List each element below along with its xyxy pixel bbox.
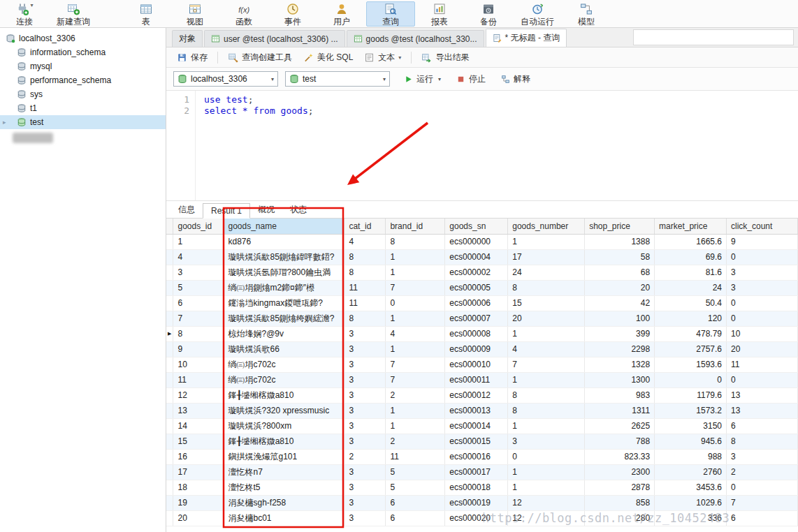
cell-market_price[interactable]: 988 — [655, 449, 727, 464]
cell-goods_number[interactable]: 8 — [508, 403, 585, 418]
cell-click_count[interactable]: 9 — [727, 234, 798, 249]
cell-cat_id[interactable]: 4 — [344, 234, 386, 249]
cell-goods_sn[interactable]: ecs000009 — [445, 341, 508, 357]
cell-shop_price[interactable]: 42 — [585, 295, 655, 311]
cell-brand_id[interactable]: 7 — [386, 280, 445, 295]
cell-goods_sn[interactable]: ecs000014 — [445, 418, 508, 434]
cell-cat_id[interactable]: 3 — [344, 480, 386, 495]
cell-goods_name[interactable]: 澶忔柊t5 — [224, 480, 344, 495]
cell-shop_price[interactable]: 20 — [585, 280, 655, 295]
document-tab-query-untitled[interactable]: * 无标题 - 查询 — [486, 29, 567, 47]
cell-click_count[interactable]: 7 — [727, 495, 798, 510]
cell-goods_number[interactable]: 1 — [508, 418, 585, 434]
cell-shop_price[interactable]: 823.33 — [585, 449, 655, 464]
cell-goods_name[interactable]: 涓夋槦sgh-f258 — [224, 495, 344, 510]
cell-goods_id[interactable]: 10 — [173, 357, 224, 372]
cell-click_count[interactable]: 0 — [727, 295, 798, 311]
toolbar-button-connection[interactable]: ▾连接 — [4, 1, 45, 27]
cell-cat_id[interactable]: 2 — [344, 449, 386, 464]
query-builder-button[interactable]: 查询创建工具 — [223, 50, 297, 66]
result-tab-profile[interactable]: 概况 — [250, 202, 282, 218]
cell-market_price[interactable]: 24 — [655, 280, 727, 295]
cell-brand_id[interactable]: 7 — [386, 372, 445, 387]
cell-goods_number[interactable]: 24 — [508, 265, 585, 280]
result-tab-status[interactable]: 状态 — [282, 202, 314, 218]
cell-cat_id[interactable]: 8 — [344, 311, 386, 326]
cell-market_price[interactable]: 1573.2 — [655, 403, 727, 418]
cell-goods_sn[interactable]: ecs000017 — [445, 464, 508, 480]
cell-goods_name[interactable]: 璇哄熀浜歂85鍘熻鍏呯數鍣? — [224, 249, 344, 265]
cell-market_price[interactable]: 945.6 — [655, 434, 727, 449]
cell-goods_sn[interactable]: ecs000015 — [445, 434, 508, 449]
tree-item-sys[interactable]: sys — [0, 87, 166, 101]
cell-market_price[interactable]: 478.79 — [655, 326, 727, 341]
cell-goods_id[interactable]: 16 — [173, 449, 224, 464]
toolbar-button-function[interactable]: f(x)函数 — [219, 1, 268, 27]
cell-goods_name[interactable]: 澶忔柊n7 — [224, 464, 344, 480]
cell-goods_number[interactable]: 1 — [508, 372, 585, 387]
cell-shop_price[interactable]: 983 — [585, 387, 655, 403]
toolbar-button-table[interactable]: 表 — [122, 1, 171, 27]
cell-goods_sn[interactable]: ecs000006 — [445, 295, 508, 311]
cell-click_count[interactable]: 6 — [727, 510, 798, 526]
cell-cat_id[interactable]: 3 — [344, 495, 386, 510]
toolbar-button-model[interactable]: 模型 — [562, 1, 611, 27]
cell-goods_number[interactable]: 12 — [508, 510, 585, 526]
cell-goods_sn[interactable]: ecs000010 — [445, 357, 508, 372]
cell-goods_name[interactable]: 璇哄熀浜氬師瑁?800鑰虫満 — [224, 265, 344, 280]
column-header-goods_id[interactable]: goods_id — [173, 219, 224, 234]
cell-shop_price[interactable]: 2878 — [585, 480, 655, 495]
cell-goods_number[interactable]: 4 — [508, 341, 585, 357]
cell-shop_price[interactable]: 68 — [585, 265, 655, 280]
cell-goods_id[interactable]: 20 — [173, 510, 224, 526]
cell-brand_id[interactable]: 1 — [386, 418, 445, 434]
cell-goods_sn[interactable]: ecs000020 — [445, 510, 508, 526]
cell-cat_id[interactable]: 3 — [344, 372, 386, 387]
cell-click_count[interactable]: 20 — [727, 341, 798, 357]
save-button[interactable]: 保存 — [172, 50, 212, 66]
toolbar-button-event[interactable]: 事件 — [268, 1, 317, 27]
cell-goods_id[interactable]: 9 — [173, 341, 224, 357]
cell-goods_name[interactable]: 绱㈢埍c702c — [224, 357, 344, 372]
cell-goods_sn[interactable]: ecs000004 — [445, 249, 508, 265]
column-header-shop_price[interactable]: shop_price — [585, 219, 655, 234]
cell-market_price[interactable]: 1665.6 — [655, 234, 727, 249]
toolbar-button-view[interactable]: 视图 — [171, 1, 219, 27]
cell-goods_name[interactable]: 璇哄熀浜?800xm — [224, 418, 344, 434]
column-header-goods_number[interactable]: goods_number — [508, 219, 585, 234]
cell-brand_id[interactable]: 2 — [386, 387, 445, 403]
cell-shop_price[interactable]: 1388 — [585, 234, 655, 249]
cell-click_count[interactable]: 10 — [727, 326, 798, 341]
expand-chevron-icon[interactable]: ▸ — [3, 119, 6, 126]
cell-goods_number[interactable]: 3 — [508, 434, 585, 449]
cell-goods_id[interactable]: 15 — [173, 434, 224, 449]
cell-market_price[interactable]: 120 — [655, 311, 727, 326]
cell-goods_sn[interactable]: ecs000016 — [445, 449, 508, 464]
cell-brand_id[interactable]: 1 — [386, 403, 445, 418]
cell-goods_id[interactable]: 7 — [173, 311, 224, 326]
cell-brand_id[interactable]: 1 — [386, 311, 445, 326]
cell-goods_sn[interactable]: ecs000000 — [445, 234, 508, 249]
column-header-click_count[interactable]: click_count — [727, 219, 798, 234]
cell-goods_sn[interactable]: ecs000005 — [445, 280, 508, 295]
tree-item-mysql[interactable]: mysql — [0, 59, 166, 73]
cell-goods_number[interactable]: 12 — [508, 495, 585, 510]
cell-market_price[interactable]: 2757.6 — [655, 341, 727, 357]
cell-goods_name[interactable]: 鑳滃垱kingmax鍐呭瓨鍗? — [224, 295, 344, 311]
cell-shop_price[interactable]: 399 — [585, 326, 655, 341]
cell-click_count[interactable]: 0 — [727, 249, 798, 265]
cell-click_count[interactable]: 13 — [727, 387, 798, 403]
cell-market_price[interactable]: 1593.6 — [655, 357, 727, 372]
cell-shop_price[interactable]: 2625 — [585, 418, 655, 434]
cell-cat_id[interactable]: 8 — [344, 265, 386, 280]
column-header-brand_id[interactable]: brand_id — [386, 219, 445, 234]
tree-item-t1[interactable]: t1 — [0, 101, 166, 115]
cell-brand_id[interactable]: 0 — [386, 295, 445, 311]
cell-goods_sn[interactable]: ecs000019 — [445, 495, 508, 510]
cell-brand_id[interactable]: 11 — [386, 449, 445, 464]
editor-code[interactable]: use test;select * from goods; — [196, 91, 314, 200]
cell-cat_id[interactable]: 3 — [344, 387, 386, 403]
cell-cat_id[interactable]: 3 — [344, 464, 386, 480]
cell-goods_id[interactable]: 18 — [173, 480, 224, 495]
cell-market_price[interactable]: 50.4 — [655, 295, 727, 311]
